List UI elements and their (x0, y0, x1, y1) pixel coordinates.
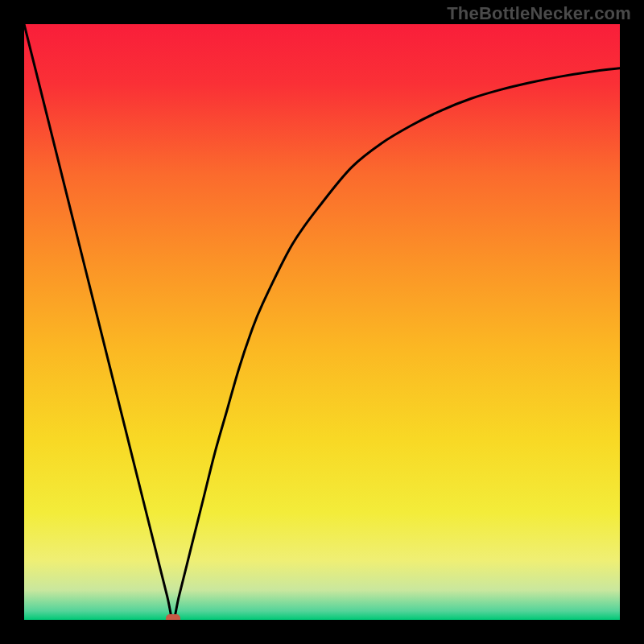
curve-layer (24, 24, 620, 620)
bottleneck-curve (24, 24, 620, 620)
watermark-text: TheBottleNecker.com (447, 3, 631, 24)
dip-marker (166, 614, 180, 620)
chart-frame: TheBottleNecker.com (0, 0, 644, 644)
plot-area (24, 24, 620, 620)
